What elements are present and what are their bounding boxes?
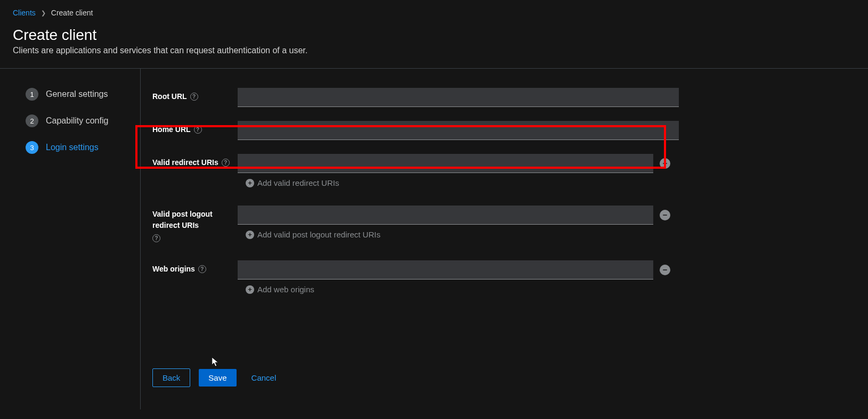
valid-post-logout-redirect-uris-input[interactable] <box>238 206 653 225</box>
add-link-label: Add valid redirect URIs <box>257 178 339 187</box>
form-row-web-origins: Web origins ? + Add web origins <box>152 260 855 294</box>
plus-circle-icon: + <box>246 285 254 294</box>
page-subtitle: Clients are applications and services th… <box>13 46 855 55</box>
chevron-right-icon: ❯ <box>41 10 46 17</box>
step-number: 3 <box>26 141 38 154</box>
label-text: Valid post logout redirect URIs <box>152 209 238 231</box>
step-number: 2 <box>26 114 38 127</box>
page-title: Create client <box>13 27 855 44</box>
remove-post-logout-uri-button[interactable] <box>660 210 670 220</box>
breadcrumb-parent-link[interactable]: Clients <box>13 9 36 17</box>
help-icon[interactable]: ? <box>222 159 230 167</box>
step-label: Login settings <box>46 143 99 152</box>
svg-rect-1 <box>663 215 667 216</box>
cursor-icon <box>211 356 221 368</box>
valid-redirect-uris-input[interactable] <box>238 154 653 173</box>
help-icon[interactable]: ? <box>194 126 202 134</box>
wizard-step-general-settings[interactable]: 1 General settings <box>26 88 140 101</box>
wizard-step-capability-config[interactable]: 2 Capability config <box>26 114 140 127</box>
root-url-label: Root URL ? <box>152 88 238 102</box>
svg-rect-0 <box>663 163 667 164</box>
root-url-input[interactable] <box>238 88 679 107</box>
help-icon[interactable]: ? <box>152 234 160 242</box>
web-origins-label: Web origins ? <box>152 260 238 275</box>
svg-rect-2 <box>663 269 667 270</box>
add-link-label: Add web origins <box>257 285 314 294</box>
save-button[interactable]: Save <box>199 369 236 387</box>
remove-redirect-uri-button[interactable] <box>660 158 670 169</box>
cancel-button[interactable]: Cancel <box>245 369 283 387</box>
step-label: General settings <box>46 89 108 99</box>
plus-circle-icon: + <box>246 231 254 239</box>
form-row-root-url: Root URL ? <box>152 88 855 107</box>
plus-circle-icon: + <box>246 179 254 187</box>
label-text: Valid redirect URIs <box>152 157 218 168</box>
label-text: Home URL <box>152 124 191 135</box>
home-url-label: Home URL ? <box>152 121 238 135</box>
wizard-step-login-settings[interactable]: 3 Login settings <box>26 141 140 154</box>
minus-circle-icon <box>662 267 668 273</box>
add-web-origins-button[interactable]: + Add web origins <box>238 285 680 294</box>
form-area: Root URL ? Home URL ? Valid redirect URI… <box>141 69 855 409</box>
add-valid-post-logout-redirect-uris-button[interactable]: + Add valid post logout redirect URIs <box>238 230 680 239</box>
form-row-home-url: Home URL ? <box>152 121 855 140</box>
breadcrumb-current: Create client <box>51 9 93 17</box>
label-text: Web origins <box>152 264 195 275</box>
help-icon[interactable]: ? <box>190 93 198 101</box>
back-button[interactable]: Back <box>152 368 190 387</box>
wizard-button-row: Back Save Cancel <box>152 368 855 387</box>
content-area: 1 General settings 2 Capability config 3… <box>0 69 868 409</box>
valid-redirect-uris-label: Valid redirect URIs ? <box>152 154 238 168</box>
minus-circle-icon <box>662 212 668 218</box>
breadcrumb: Clients ❯ Create client <box>0 0 868 23</box>
valid-post-logout-redirect-uris-label: Valid post logout redirect URIs ? <box>152 206 238 242</box>
web-origins-input[interactable] <box>238 260 653 280</box>
home-url-input[interactable] <box>238 121 679 140</box>
minus-circle-icon <box>662 160 668 167</box>
add-link-label: Add valid post logout redirect URIs <box>257 230 380 239</box>
label-text: Root URL <box>152 91 187 102</box>
form-row-valid-post-logout-redirect-uris: Valid post logout redirect URIs ? + Add … <box>152 206 855 242</box>
add-valid-redirect-uris-button[interactable]: + Add valid redirect URIs <box>238 178 680 187</box>
page-header: Create client Clients are applications a… <box>0 23 868 68</box>
step-label: Capability config <box>46 116 108 126</box>
remove-web-origin-button[interactable] <box>660 265 670 275</box>
wizard-nav: 1 General settings 2 Capability config 3… <box>13 69 141 409</box>
step-number: 1 <box>26 88 38 101</box>
form-row-valid-redirect-uris: Valid redirect URIs ? + Add valid redire… <box>152 154 855 187</box>
help-icon[interactable]: ? <box>198 265 206 273</box>
